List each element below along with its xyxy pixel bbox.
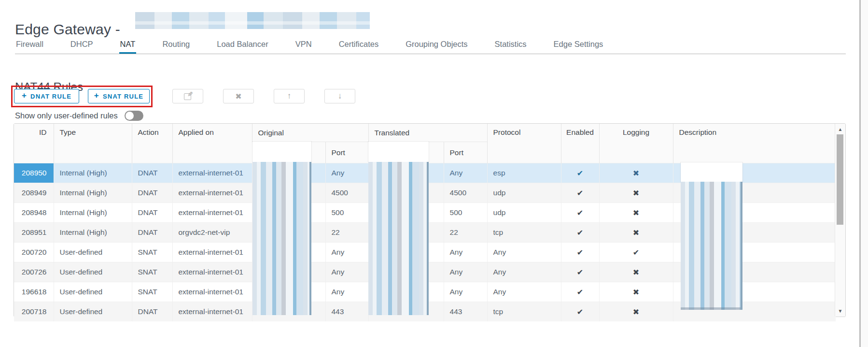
delete-icon: ✖ (235, 92, 241, 101)
cell-original-port: 500 (325, 203, 368, 223)
column-header-translated-port: Port (444, 142, 487, 163)
cell-applied-on: external-internet-01 (172, 243, 252, 262)
tab-statistics[interactable]: Statistics (494, 37, 528, 54)
cell-original-port: Any (325, 262, 368, 282)
cell-logging: ✖ (599, 302, 673, 322)
cell-action: DNAT (132, 302, 172, 322)
column-header-original-port: Port (325, 142, 368, 163)
cell-type: Internal (High) (54, 223, 132, 243)
cell-logging: ✖ (599, 223, 673, 243)
scrollbar-thumb[interactable] (837, 134, 843, 225)
cell-logging: ✖ (599, 163, 673, 183)
cell-action: DNAT (132, 203, 172, 223)
cell-applied-on: external-internet-01 (172, 163, 252, 183)
redacted-translated-ip-column (368, 142, 429, 315)
cell-logging: ✔ (599, 243, 673, 262)
column-header-original: Original (252, 124, 368, 142)
cell-applied-on: external-internet-01 (172, 203, 252, 223)
cell-id: 200720 (14, 243, 54, 262)
tab-edge-settings[interactable]: Edge Settings (553, 37, 604, 54)
cell-action: DNAT (132, 163, 172, 183)
enabled-status-icon: ✔ (577, 229, 583, 237)
logging-status-icon: ✖ (633, 308, 639, 316)
cell-translated-port: Any (444, 262, 487, 282)
scroll-down-icon[interactable]: ▼ (835, 308, 845, 314)
tab-dhcp[interactable]: DHCP (70, 37, 94, 54)
cell-original-port: 4500 (325, 183, 368, 203)
enabled-status-icon: ✔ (577, 169, 583, 177)
cell-original-port: 22 (325, 223, 368, 243)
tab-nat[interactable]: NAT (119, 37, 137, 54)
enabled-status-icon: ✔ (577, 189, 583, 197)
cell-type: User-defined (54, 243, 132, 262)
cell-type: User-defined (54, 282, 132, 302)
cell-id: 208949 (14, 183, 54, 203)
cell-applied-on: external-internet-01 (172, 183, 252, 203)
column-header-id: ID (14, 124, 54, 163)
delete-rule-button[interactable]: ✖ (223, 89, 254, 103)
arrow-down-icon: ↓ (338, 91, 342, 101)
redaction-stripes (252, 162, 311, 315)
column-header-translated: Translated (368, 124, 487, 142)
cell-original-port: 443 (325, 302, 368, 322)
enabled-status-icon: ✔ (577, 248, 583, 257)
logging-status-icon: ✖ (633, 169, 639, 177)
filter-label: Show only user-defined rules (15, 111, 118, 120)
tab-grouping-objects[interactable]: Grouping Objects (405, 37, 468, 54)
move-rule-up-button[interactable]: ↑ (274, 89, 305, 103)
annotation-red-box (11, 86, 153, 107)
filter-row: Show only user-defined rules (15, 111, 143, 121)
cell-type: Internal (High) (54, 203, 132, 223)
cell-translated-port: 500 (444, 203, 487, 223)
tab-vpn[interactable]: VPN (294, 37, 313, 54)
tab-bar: Firewall DHCP NAT Routing Load Balancer … (15, 37, 846, 54)
table-scrollbar[interactable]: ▲ ▼ (835, 124, 845, 317)
cell-logging: ✖ (599, 203, 673, 223)
cell-translated-port: 4500 (444, 183, 487, 203)
cell-enabled: ✔ (561, 163, 599, 183)
move-rule-down-button[interactable]: ↓ (324, 89, 355, 103)
cell-protocol: tcp (487, 223, 561, 243)
redacted-original-ip-column (252, 142, 311, 315)
cell-protocol: Any (487, 243, 561, 262)
cell-translated-port: 443 (444, 302, 487, 322)
cell-translated-port: 22 (444, 223, 487, 243)
redaction-stripes (368, 162, 429, 315)
cell-id: 200726 (14, 262, 54, 282)
cell-applied-on: orgvdc2-net-vip (172, 223, 252, 243)
page-title: Edge Gateway - (15, 21, 120, 38)
cell-action: SNAT (132, 262, 172, 282)
cell-translated-port: Any (444, 243, 487, 262)
logging-status-icon: ✖ (633, 288, 639, 296)
edit-icon: ✎ (184, 93, 192, 100)
enabled-status-icon: ✔ (577, 209, 583, 217)
arrow-up-icon: ↑ (287, 91, 292, 101)
redacted-description-column (681, 162, 742, 310)
edit-rule-button[interactable]: ✎ (172, 89, 203, 103)
column-header-enabled: Enabled (561, 124, 599, 163)
cell-action: DNAT (132, 223, 172, 243)
cell-id: 196618 (14, 282, 54, 302)
cell-logging: ✖ (599, 282, 673, 302)
cell-enabled: ✔ (561, 282, 599, 302)
cell-logging: ✖ (599, 262, 673, 282)
tab-load-balancer[interactable]: Load Balancer (216, 37, 269, 54)
scroll-up-icon[interactable]: ▲ (835, 127, 845, 132)
enabled-status-icon: ✔ (577, 268, 583, 276)
user-defined-toggle[interactable] (125, 111, 143, 121)
edge-gateway-nat-page: Edge Gateway - Firewall DHCP NAT Routing… (0, 0, 868, 347)
column-header-protocol: Protocol (487, 124, 561, 163)
tab-certificates[interactable]: Certificates (338, 37, 380, 54)
cell-enabled: ✔ (561, 203, 599, 223)
tab-routing[interactable]: Routing (161, 37, 191, 54)
redacted-gateway-name (135, 12, 370, 29)
cell-translated-port: Any (444, 163, 487, 183)
redaction-white-block (252, 142, 311, 162)
tab-firewall[interactable]: Firewall (15, 37, 44, 54)
cell-protocol: Any (487, 282, 561, 302)
cell-original-port: Any (325, 243, 368, 262)
cell-action: SNAT (132, 243, 172, 262)
column-header-applied-on: Applied on (172, 124, 252, 163)
cell-protocol: esp (487, 163, 561, 183)
logging-status-icon: ✖ (633, 189, 639, 197)
